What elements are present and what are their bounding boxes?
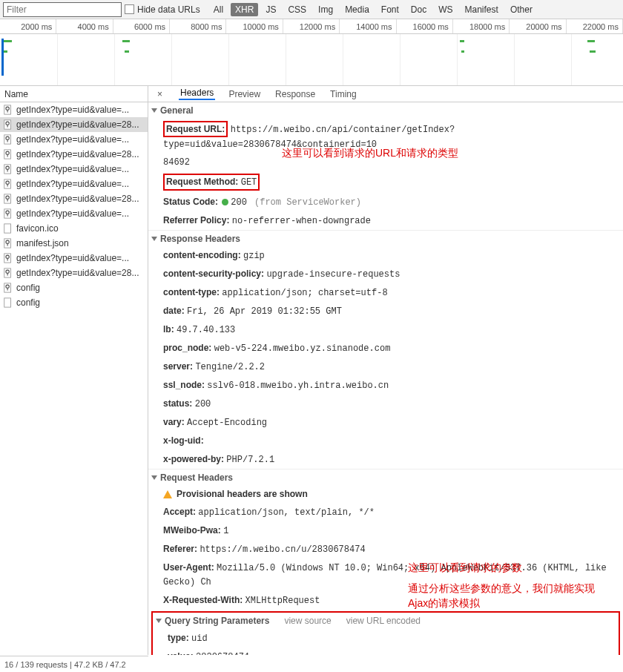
request-row[interactable]: getIndex?type=uid&value=... <box>0 206 148 221</box>
response-header-row: content-encoding: gzip <box>148 246 623 265</box>
timeline-ruler: 2000 ms4000 ms6000 ms8000 ms10000 ms1200… <box>0 19 623 34</box>
filter-tab-img[interactable]: Img <box>314 3 337 16</box>
request-header-row: MWeibo-Pwa: 1 <box>148 521 623 540</box>
filter-tab-css[interactable]: CSS <box>283 3 311 16</box>
response-header-row: lb: 49.7.40.133 <box>148 320 623 339</box>
section-qsp[interactable]: Query String Parameters view source view… <box>153 613 619 629</box>
request-method-row: Request Method: GET <box>148 171 623 193</box>
request-row[interactable]: manifest.json <box>0 236 148 251</box>
request-row[interactable]: getIndex?type=uid&value=28... <box>0 147 148 162</box>
timeline-tick: 20000 ms <box>510 19 566 33</box>
filter-tab-doc[interactable]: Doc <box>406 3 431 16</box>
status-code-value: 200 <box>231 197 247 208</box>
triangle-down-icon <box>156 619 162 623</box>
provisional-warning: Provisional headers are shown <box>148 485 623 503</box>
request-row[interactable]: config <box>0 280 148 295</box>
timeline-tick: 16000 ms <box>397 19 453 33</box>
timeline-tick: 14000 ms <box>340 19 396 33</box>
filter-tab-other[interactable]: Other <box>506 3 537 16</box>
filter-tab-all[interactable]: All <box>209 3 228 16</box>
response-header-row: vary: Accept-Encoding <box>148 413 623 432</box>
status-dot-icon <box>222 199 228 205</box>
status-bar: 16 / 139 requests | 47.2 KB / 47.2 <box>0 656 148 672</box>
response-header-row: proc_node: web-v5-224.mweibo.yz.sinanode… <box>148 339 623 358</box>
response-header-row: date: Fri, 26 Apr 2019 01:32:55 GMT <box>148 302 623 320</box>
headers-panel: General Request URL: https://m.weibo.cn/… <box>148 102 623 655</box>
request-row[interactable]: getIndex?type=uid&value=28... <box>0 117 148 132</box>
view-source-link[interactable]: view source <box>284 616 331 626</box>
filter-input[interactable] <box>3 2 122 17</box>
annotation-2b: 通过分析这些参数的意义，我们就能实现Ajax的请求模拟 <box>408 581 601 610</box>
section-response-headers[interactable]: Response Headers <box>148 230 623 246</box>
timeline-tick: 18000 ms <box>453 19 510 33</box>
filter-tab-js[interactable]: JS <box>261 3 280 16</box>
triangle-down-icon <box>151 475 157 480</box>
section-request-headers[interactable]: Request Headers <box>148 469 623 485</box>
main-split: Name getIndex?type=uid&value=...getIndex… <box>0 86 623 655</box>
request-url-key: Request URL: <box>166 124 225 134</box>
section-general[interactable]: General <box>148 102 623 119</box>
annotation-1: 这里可以看到请求的URL和请求的类型 <box>282 147 458 160</box>
query-param-row: type: uid <box>153 629 619 648</box>
section-request-headers-label: Request Headers <box>160 472 233 483</box>
request-method-value: GET <box>241 177 257 188</box>
request-row[interactable]: getIndex?type=uid&value=... <box>0 102 148 117</box>
request-row[interactable]: getIndex?type=uid&value=... <box>0 177 148 191</box>
request-row[interactable]: getIndex?type=uid&value=... <box>0 162 148 177</box>
request-list-pane: Name getIndex?type=uid&value=...getIndex… <box>0 86 148 655</box>
status-code-row: Status Code: 200 (from ServiceWorker) <box>148 193 623 211</box>
referrer-policy-value: no-referrer-when-downgrade <box>232 216 371 226</box>
svg-rect-16 <box>4 224 11 233</box>
request-row[interactable]: config <box>0 295 148 310</box>
filter-tab-xhr[interactable]: XHR <box>231 3 258 16</box>
timeline-tick: 2000 ms <box>0 19 56 33</box>
filter-tab-manifest[interactable]: Manifest <box>461 3 503 16</box>
filter-bar: Hide data URLs All XHR JS CSS Img Media … <box>0 0 623 19</box>
hide-data-urls-label: Hide data URLs <box>137 4 200 15</box>
request-row[interactable]: getIndex?type=uid&value=... <box>0 251 148 266</box>
filter-tab-media[interactable]: Media <box>340 3 374 16</box>
filter-tab-ws[interactable]: WS <box>434 3 457 16</box>
tab-timing[interactable]: Timing <box>329 89 358 99</box>
timeline-tick: 10000 ms <box>226 19 283 33</box>
tab-headers[interactable]: Headers <box>179 88 215 100</box>
request-header-row: Accept: application/json, text/plain, */… <box>148 503 623 521</box>
details-tab-bar: × Headers Preview Response Timing <box>148 86 623 102</box>
query-param-row: value: 2830678474 <box>153 648 619 655</box>
referrer-policy-key: Referrer Policy: <box>163 215 229 225</box>
tab-response[interactable]: Response <box>274 89 317 99</box>
request-method-key: Request Method: <box>166 177 238 187</box>
query-string-box: Query String Parameters view source view… <box>151 611 620 655</box>
view-url-encoded-link[interactable]: view URL encoded <box>346 616 421 626</box>
response-header-row: x-powered-by: PHP/7.2.1 <box>148 450 623 469</box>
timeline-tick: 12000 ms <box>283 19 340 33</box>
request-row[interactable]: getIndex?type=uid&value=28... <box>0 191 148 206</box>
annotation-2a: 这里可以看到请求的参数 <box>408 560 601 575</box>
timeline-tick: 8000 ms <box>170 19 226 33</box>
hide-data-urls-checkbox[interactable] <box>125 4 134 14</box>
request-row[interactable]: favicon.ico <box>0 221 148 236</box>
response-header-row: content-type: application/json; charset=… <box>148 283 623 302</box>
response-header-row: status: 200 <box>148 395 623 413</box>
timeline-tick: 22000 ms <box>567 19 623 33</box>
status-code-extra: (from ServiceWorker) <box>254 197 361 208</box>
request-row[interactable]: getIndex?type=uid&value=... <box>0 132 148 147</box>
tab-preview[interactable]: Preview <box>227 89 262 99</box>
request-row[interactable]: getIndex?type=uid&value=28... <box>0 266 148 280</box>
triangle-down-icon <box>151 108 157 113</box>
referrer-policy-row: Referrer Policy: no-referrer-when-downgr… <box>148 211 623 230</box>
section-general-label: General <box>160 105 194 116</box>
provisional-text: Provisional headers are shown <box>177 489 308 499</box>
response-header-row: server: Tengine/2.2.2 <box>148 358 623 376</box>
filter-tab-font[interactable]: Font <box>377 3 403 16</box>
request-list: getIndex?type=uid&value=...getIndex?type… <box>0 102 148 655</box>
response-header-row: x-log-uid: <box>148 432 623 450</box>
close-icon[interactable]: × <box>153 89 167 99</box>
section-qsp-label: Query String Parameters <box>165 616 269 626</box>
name-column-header[interactable]: Name <box>0 86 148 102</box>
triangle-down-icon <box>151 237 157 241</box>
timeline-tick: 6000 ms <box>113 19 170 33</box>
timeline-overview[interactable] <box>0 34 623 86</box>
svg-rect-25 <box>4 298 11 307</box>
request-header-row: Referer: https://m.weibo.cn/u/2830678474 <box>148 540 623 559</box>
